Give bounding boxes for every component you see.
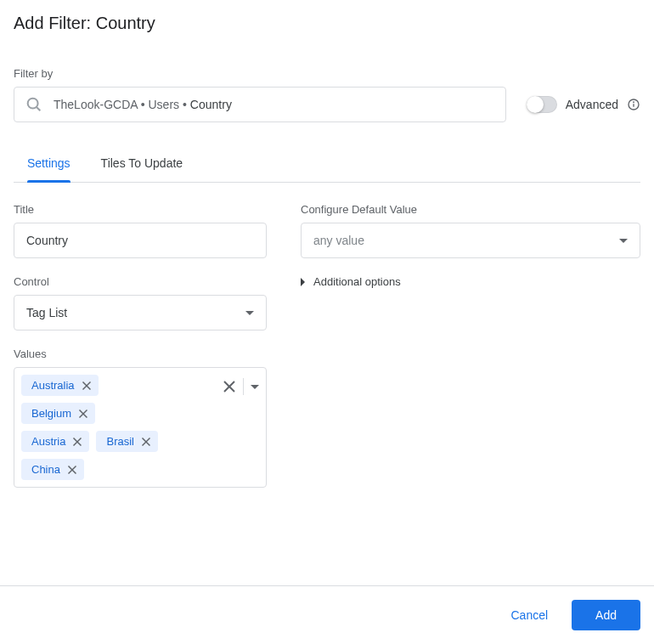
tag-item: China xyxy=(21,459,84,480)
dialog-footer: Cancel Add xyxy=(0,585,654,644)
search-icon xyxy=(25,95,43,114)
control-select[interactable]: Tag List xyxy=(14,295,267,330)
tag-remove-icon[interactable] xyxy=(82,381,92,391)
svg-point-4 xyxy=(634,102,634,103)
chevron-down-icon xyxy=(619,239,628,243)
filter-by-field[interactable]: TheLook-GCDA • Users • Country xyxy=(14,87,506,122)
advanced-label: Advanced xyxy=(566,98,618,111)
tag-remove-icon[interactable] xyxy=(67,465,77,475)
clear-all-icon[interactable] xyxy=(223,380,236,393)
tag-remove-icon[interactable] xyxy=(72,437,82,447)
filter-by-label: Filter by xyxy=(14,67,640,80)
tab-tiles-to-update[interactable]: Tiles To Update xyxy=(101,146,183,182)
filter-by-path: TheLook-GCDA • Users • Country xyxy=(54,98,232,111)
chevron-down-icon[interactable] xyxy=(251,385,259,389)
chevron-down-icon xyxy=(245,311,254,315)
tag-item: Belgium xyxy=(21,403,95,424)
svg-line-1 xyxy=(37,107,40,110)
values-tag-list[interactable]: Australia Belgium xyxy=(14,367,267,488)
tabs: Settings Tiles To Update xyxy=(14,146,640,183)
cancel-button[interactable]: Cancel xyxy=(497,602,561,629)
tag-item: Australia xyxy=(21,375,99,396)
title-input[interactable] xyxy=(14,223,267,258)
advanced-toggle[interactable] xyxy=(527,96,557,113)
tab-settings[interactable]: Settings xyxy=(27,146,70,182)
add-button[interactable]: Add xyxy=(572,600,640,630)
values-label: Values xyxy=(14,347,267,360)
tag-remove-icon[interactable] xyxy=(78,409,88,419)
page-title: Add Filter: Country xyxy=(14,14,640,33)
default-value-select[interactable]: any value xyxy=(301,223,640,258)
control-label: Control xyxy=(14,275,267,288)
additional-options-toggle[interactable]: Additional options xyxy=(301,275,640,288)
title-label: Title xyxy=(14,203,267,216)
info-icon[interactable] xyxy=(627,98,640,111)
tag-item: Austria xyxy=(21,431,89,452)
tag-remove-icon[interactable] xyxy=(141,437,151,447)
tag-item: Brasil xyxy=(96,431,158,452)
chevron-right-icon xyxy=(301,278,305,286)
svg-point-0 xyxy=(28,99,38,109)
default-value-label: Configure Default Value xyxy=(301,203,640,216)
